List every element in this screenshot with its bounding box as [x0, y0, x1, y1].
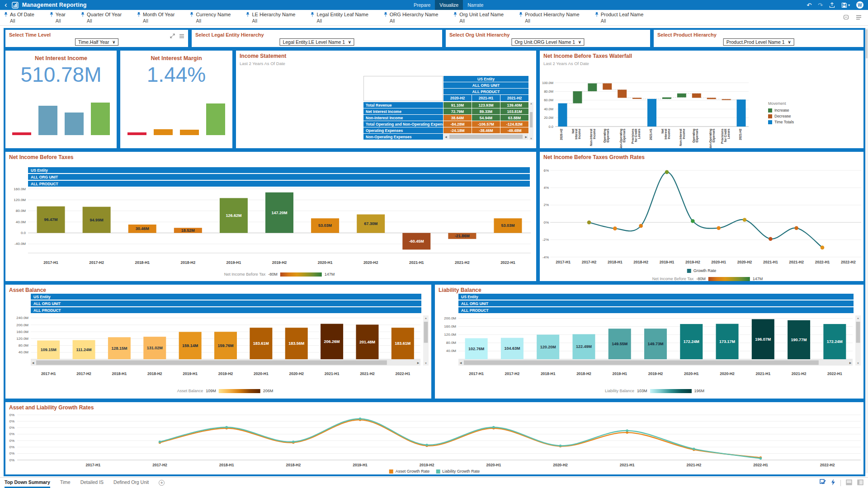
table-cell[interactable]: 91.10M [443, 102, 472, 108]
waterfall-bar[interactable] [662, 97, 671, 99]
table-cell[interactable]: 123.93M [472, 102, 500, 108]
refresh-data-icon[interactable] [831, 479, 835, 487]
waterfall-bar[interactable] [677, 94, 686, 98]
waterfall-bar[interactable] [647, 99, 656, 127]
data-point[interactable] [717, 226, 721, 230]
data-point[interactable] [626, 429, 628, 432]
undo-icon[interactable]: ↶ [807, 2, 811, 8]
waterfall-bar[interactable] [618, 90, 627, 98]
growth-rate-line[interactable] [589, 172, 822, 248]
waterfall-bar[interactable] [588, 83, 597, 91]
data-point[interactable] [769, 237, 773, 241]
hamburger-icon[interactable] [179, 32, 184, 40]
table-row-label[interactable]: Net Interest Income [363, 108, 443, 114]
menu-icon[interactable] [856, 14, 862, 22]
table-cell[interactable]: -38.46M [472, 127, 500, 133]
data-point[interactable] [639, 224, 643, 228]
waterfall-bar[interactable] [692, 94, 701, 98]
data-point[interactable] [559, 445, 561, 447]
data-point[interactable] [225, 426, 227, 428]
filter-quarter-of-year[interactable]: Quarter Of YearAll [80, 12, 122, 23]
org-unit-hierarchy-select[interactable]: Org Unit.ORG Level Name 1∨ [511, 38, 584, 46]
save-icon[interactable]: ▾ [841, 2, 850, 8]
h-scroll-thumb[interactable] [464, 361, 819, 365]
filter-value[interactable]: All [4, 18, 34, 23]
table-column-header[interactable]: 2020-H2 [443, 95, 472, 101]
filter-value[interactable]: All [189, 18, 231, 23]
filter-le-hierarchy-name[interactable]: LE Hierarchy NameAll [245, 12, 295, 23]
table-cell[interactable]: 89.33M [472, 108, 500, 114]
spark-bar[interactable] [91, 103, 110, 135]
canvas-tab-detailed-is[interactable]: Detailed IS [80, 478, 104, 488]
filter-month-of-year[interactable]: Month Of YearAll [137, 12, 175, 23]
filter-year[interactable]: YearAll [49, 12, 66, 23]
hierarchy-band[interactable] [28, 174, 530, 180]
filter-value[interactable]: All [383, 18, 439, 23]
data-point[interactable] [292, 441, 294, 443]
table-row-label[interactable]: Total Revenue [363, 102, 443, 108]
filter-org-unit-leaf-name[interactable]: Org Unit Leaf NameAll [453, 12, 504, 23]
hierarchy-band[interactable] [28, 181, 530, 187]
legend-item[interactable]: Asset Growth Rate [389, 469, 430, 474]
legend-item-time-totals[interactable]: Time Totals [768, 120, 794, 124]
spark-bar[interactable] [65, 113, 84, 135]
spark-bar[interactable] [127, 132, 146, 135]
avatar[interactable]: W [856, 1, 863, 9]
export-icon[interactable] [829, 2, 835, 8]
canvas-layout-icon-2[interactable] [857, 479, 863, 487]
data-point[interactable] [159, 441, 161, 443]
filter-legal-entity-leaf-name[interactable]: Legal Entity Leaf NameAll [310, 12, 368, 23]
filter-value[interactable]: All [453, 18, 504, 23]
data-point[interactable] [359, 418, 361, 420]
data-point[interactable] [425, 444, 428, 446]
table-row-label[interactable]: Total Operating and Non-Operating Expens… [363, 121, 443, 127]
table-v-scrollbar[interactable]: ▲▼ [529, 102, 533, 140]
data-point[interactable] [665, 170, 669, 174]
page-scrollbar[interactable] [865, 28, 868, 473]
filter-as-of-date[interactable]: As Of DateAll [4, 12, 34, 23]
table-entity-header[interactable]: ALL PRODUCT [443, 89, 528, 94]
hierarchy-band[interactable] [31, 300, 421, 306]
table-column-header[interactable]: 2021-H1 [472, 95, 500, 101]
data-point[interactable] [613, 226, 617, 230]
data-point[interactable] [587, 221, 591, 225]
legend-item[interactable]: Liability Growth Rate [436, 469, 480, 474]
waterfall-bar[interactable] [573, 91, 582, 103]
spark-bar[interactable] [12, 132, 31, 135]
table-entity-header[interactable]: ALL ORG UNIT [443, 82, 528, 88]
table-cell[interactable]: 54.94M [472, 115, 500, 121]
h-scroll-thumb[interactable] [36, 361, 387, 365]
hierarchy-band[interactable] [458, 307, 854, 313]
table-cell[interactable]: -124.82M [500, 121, 528, 127]
filter-value[interactable]: All [80, 18, 122, 23]
data-point[interactable] [821, 246, 825, 250]
filter-value[interactable]: All [310, 18, 368, 23]
spark-bar[interactable] [206, 103, 225, 135]
table-cell[interactable]: 103.81M [500, 108, 528, 114]
hierarchy-band[interactable] [458, 294, 854, 300]
table-row-label[interactable]: Non-Operating Expenses [363, 134, 443, 140]
spark-bar[interactable] [38, 106, 57, 135]
filter-org-hierarchy-name[interactable]: ORG Hierarchy NameAll [383, 12, 439, 23]
legal-entity-hierarchy-select[interactable]: Legal Entity.LE Level Name 1∨ [279, 38, 354, 46]
canvas-layout-icon-1[interactable] [846, 479, 852, 487]
validate-canvas-icon[interactable] [820, 479, 826, 487]
waterfall-bar[interactable] [707, 98, 716, 99]
back-icon[interactable]: ‹ [5, 0, 7, 9]
mode-tab-visualize[interactable]: Visualize [435, 0, 463, 10]
table-cell[interactable]: 139.40M [500, 102, 528, 108]
canvas-tab-time[interactable]: Time [60, 478, 71, 488]
table-cell[interactable]: 38.64M [443, 115, 472, 121]
product-hierarchy-select[interactable]: Product.Prod Level Name 1∨ [723, 38, 794, 46]
v-scroll-thumb[interactable] [424, 322, 428, 343]
hierarchy-band[interactable] [458, 300, 854, 306]
data-point[interactable] [760, 457, 762, 460]
v-scroll-thumb[interactable] [530, 112, 533, 127]
legend-item-increase[interactable]: Increase [768, 108, 794, 113]
h-scroll-thumb[interactable] [449, 135, 523, 139]
filter-value[interactable]: All [519, 18, 579, 23]
expand-icon[interactable] [170, 32, 175, 40]
save-caret-icon[interactable]: ▾ [848, 2, 850, 8]
data-point[interactable] [691, 219, 695, 223]
waterfall-bar[interactable] [722, 99, 731, 100]
